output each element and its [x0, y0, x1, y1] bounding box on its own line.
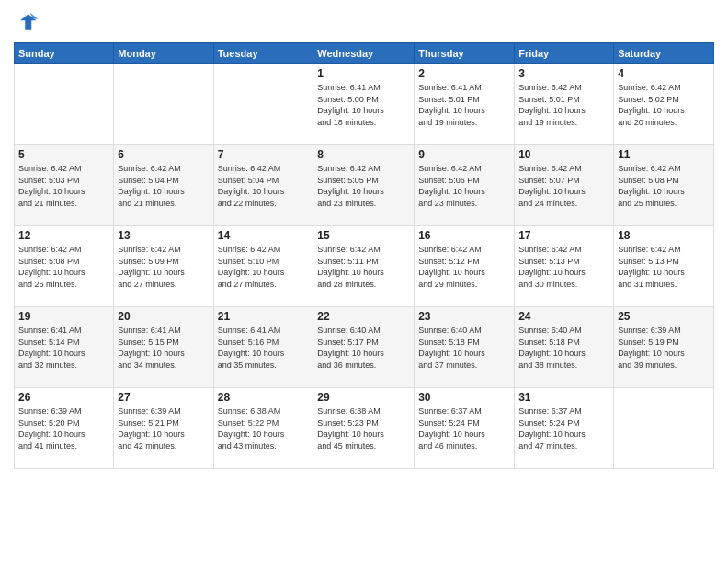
day-info: Sunrise: 6:42 AM Sunset: 5:01 PM Dayligh…: [518, 82, 609, 128]
weekday-header-cell: Saturday: [614, 43, 714, 64]
day-number: 30: [418, 391, 510, 404]
day-number: 2: [418, 67, 510, 80]
day-info: Sunrise: 6:42 AM Sunset: 5:04 PM Dayligh…: [218, 163, 310, 209]
day-info: Sunrise: 6:42 AM Sunset: 5:05 PM Dayligh…: [317, 163, 410, 209]
day-number: 21: [218, 310, 310, 323]
day-number: 22: [317, 310, 410, 323]
day-info: Sunrise: 6:40 AM Sunset: 5:18 PM Dayligh…: [418, 325, 510, 371]
day-info: Sunrise: 6:41 AM Sunset: 5:15 PM Dayligh…: [118, 325, 209, 371]
calendar-cell: 21Sunrise: 6:41 AM Sunset: 5:16 PM Dayli…: [213, 307, 313, 388]
day-info: Sunrise: 6:42 AM Sunset: 5:03 PM Dayligh…: [18, 163, 109, 209]
logo: [14, 9, 43, 35]
calendar-cell: 30Sunrise: 6:37 AM Sunset: 5:24 PM Dayli…: [415, 388, 515, 469]
calendar-cell: 29Sunrise: 6:38 AM Sunset: 5:23 PM Dayli…: [313, 388, 415, 469]
calendar-cell: 26Sunrise: 6:39 AM Sunset: 5:20 PM Dayli…: [15, 388, 114, 469]
calendar-week-row: 12Sunrise: 6:42 AM Sunset: 5:08 PM Dayli…: [15, 226, 714, 307]
day-info: Sunrise: 6:42 AM Sunset: 5:09 PM Dayligh…: [118, 244, 209, 290]
weekday-header-cell: Thursday: [415, 43, 515, 64]
day-info: Sunrise: 6:42 AM Sunset: 5:07 PM Dayligh…: [518, 163, 609, 209]
day-number: 4: [618, 67, 710, 80]
day-number: 13: [118, 229, 209, 242]
calendar-cell: 20Sunrise: 6:41 AM Sunset: 5:15 PM Dayli…: [114, 307, 213, 388]
day-number: 11: [618, 148, 710, 161]
calendar-cell: 25Sunrise: 6:39 AM Sunset: 5:19 PM Dayli…: [614, 307, 714, 388]
calendar-cell: 7Sunrise: 6:42 AM Sunset: 5:04 PM Daylig…: [213, 145, 313, 226]
day-number: 1: [317, 67, 410, 80]
day-number: 31: [518, 391, 609, 404]
weekday-header-cell: Wednesday: [313, 43, 415, 64]
calendar-cell: 22Sunrise: 6:40 AM Sunset: 5:17 PM Dayli…: [313, 307, 415, 388]
logo-icon: [14, 9, 40, 35]
day-number: 5: [18, 148, 109, 161]
day-number: 12: [18, 229, 109, 242]
day-info: Sunrise: 6:42 AM Sunset: 5:08 PM Dayligh…: [18, 244, 109, 290]
day-info: Sunrise: 6:42 AM Sunset: 5:12 PM Dayligh…: [418, 244, 510, 290]
day-number: 20: [118, 310, 209, 323]
day-number: 3: [518, 67, 609, 80]
day-info: Sunrise: 6:42 AM Sunset: 5:11 PM Dayligh…: [317, 244, 410, 290]
calendar-cell: [15, 64, 114, 145]
calendar-cell: 19Sunrise: 6:41 AM Sunset: 5:14 PM Dayli…: [15, 307, 114, 388]
day-info: Sunrise: 6:42 AM Sunset: 5:13 PM Dayligh…: [618, 244, 710, 290]
calendar-cell: 23Sunrise: 6:40 AM Sunset: 5:18 PM Dayli…: [415, 307, 515, 388]
calendar-cell: 28Sunrise: 6:38 AM Sunset: 5:22 PM Dayli…: [213, 388, 313, 469]
day-info: Sunrise: 6:37 AM Sunset: 5:24 PM Dayligh…: [418, 406, 510, 452]
day-info: Sunrise: 6:40 AM Sunset: 5:17 PM Dayligh…: [317, 325, 410, 371]
day-number: 28: [218, 391, 310, 404]
calendar-cell: [213, 64, 313, 145]
calendar-cell: 15Sunrise: 6:42 AM Sunset: 5:11 PM Dayli…: [313, 226, 415, 307]
calendar-week-row: 5Sunrise: 6:42 AM Sunset: 5:03 PM Daylig…: [15, 145, 714, 226]
calendar-cell: 11Sunrise: 6:42 AM Sunset: 5:08 PM Dayli…: [614, 145, 714, 226]
calendar-cell: 13Sunrise: 6:42 AM Sunset: 5:09 PM Dayli…: [114, 226, 213, 307]
day-info: Sunrise: 6:40 AM Sunset: 5:18 PM Dayligh…: [518, 325, 609, 371]
day-info: Sunrise: 6:38 AM Sunset: 5:23 PM Dayligh…: [317, 406, 410, 452]
day-info: Sunrise: 6:42 AM Sunset: 5:10 PM Dayligh…: [218, 244, 310, 290]
day-info: Sunrise: 6:39 AM Sunset: 5:19 PM Dayligh…: [618, 325, 710, 371]
day-number: 8: [317, 148, 410, 161]
calendar-cell: 9Sunrise: 6:42 AM Sunset: 5:06 PM Daylig…: [415, 145, 515, 226]
day-number: 15: [317, 229, 410, 242]
day-info: Sunrise: 6:41 AM Sunset: 5:14 PM Dayligh…: [18, 325, 109, 371]
calendar-cell: 12Sunrise: 6:42 AM Sunset: 5:08 PM Dayli…: [15, 226, 114, 307]
calendar-cell: [114, 64, 213, 145]
day-info: Sunrise: 6:39 AM Sunset: 5:20 PM Dayligh…: [18, 406, 109, 452]
day-number: 27: [118, 391, 209, 404]
calendar-cell: 16Sunrise: 6:42 AM Sunset: 5:12 PM Dayli…: [415, 226, 515, 307]
day-info: Sunrise: 6:42 AM Sunset: 5:08 PM Dayligh…: [618, 163, 710, 209]
day-number: 24: [518, 310, 609, 323]
calendar-cell: 8Sunrise: 6:42 AM Sunset: 5:05 PM Daylig…: [313, 145, 415, 226]
calendar-week-row: 1Sunrise: 6:41 AM Sunset: 5:00 PM Daylig…: [15, 64, 714, 145]
day-info: Sunrise: 6:42 AM Sunset: 5:06 PM Dayligh…: [418, 163, 510, 209]
calendar-cell: 1Sunrise: 6:41 AM Sunset: 5:00 PM Daylig…: [313, 64, 415, 145]
weekday-header-cell: Friday: [515, 43, 614, 64]
day-info: Sunrise: 6:41 AM Sunset: 5:01 PM Dayligh…: [418, 82, 510, 128]
calendar-week-row: 19Sunrise: 6:41 AM Sunset: 5:14 PM Dayli…: [15, 307, 714, 388]
calendar-cell: 27Sunrise: 6:39 AM Sunset: 5:21 PM Dayli…: [114, 388, 213, 469]
day-number: 19: [18, 310, 109, 323]
day-info: Sunrise: 6:42 AM Sunset: 5:13 PM Dayligh…: [518, 244, 609, 290]
calendar-cell: 18Sunrise: 6:42 AM Sunset: 5:13 PM Dayli…: [614, 226, 714, 307]
day-number: 23: [418, 310, 510, 323]
calendar-cell: 5Sunrise: 6:42 AM Sunset: 5:03 PM Daylig…: [15, 145, 114, 226]
day-number: 6: [118, 148, 209, 161]
day-number: 14: [218, 229, 310, 242]
calendar-cell: 14Sunrise: 6:42 AM Sunset: 5:10 PM Dayli…: [213, 226, 313, 307]
calendar-cell: 17Sunrise: 6:42 AM Sunset: 5:13 PM Dayli…: [515, 226, 614, 307]
day-number: 18: [618, 229, 710, 242]
calendar-cell: 3Sunrise: 6:42 AM Sunset: 5:01 PM Daylig…: [515, 64, 614, 145]
day-number: 29: [317, 391, 410, 404]
day-number: 16: [418, 229, 510, 242]
day-info: Sunrise: 6:42 AM Sunset: 5:04 PM Dayligh…: [118, 163, 209, 209]
day-number: 26: [18, 391, 109, 404]
calendar-body: 1Sunrise: 6:41 AM Sunset: 5:00 PM Daylig…: [15, 64, 714, 469]
calendar-cell: 31Sunrise: 6:37 AM Sunset: 5:24 PM Dayli…: [515, 388, 614, 469]
day-info: Sunrise: 6:41 AM Sunset: 5:00 PM Dayligh…: [317, 82, 410, 128]
calendar-week-row: 26Sunrise: 6:39 AM Sunset: 5:20 PM Dayli…: [15, 388, 714, 469]
weekday-header-row: SundayMondayTuesdayWednesdayThursdayFrid…: [15, 43, 714, 64]
day-info: Sunrise: 6:39 AM Sunset: 5:21 PM Dayligh…: [118, 406, 209, 452]
weekday-header-cell: Sunday: [15, 43, 114, 64]
weekday-header-cell: Tuesday: [213, 43, 313, 64]
calendar-cell: [614, 388, 714, 469]
calendar-cell: 24Sunrise: 6:40 AM Sunset: 5:18 PM Dayli…: [515, 307, 614, 388]
day-number: 25: [618, 310, 710, 323]
